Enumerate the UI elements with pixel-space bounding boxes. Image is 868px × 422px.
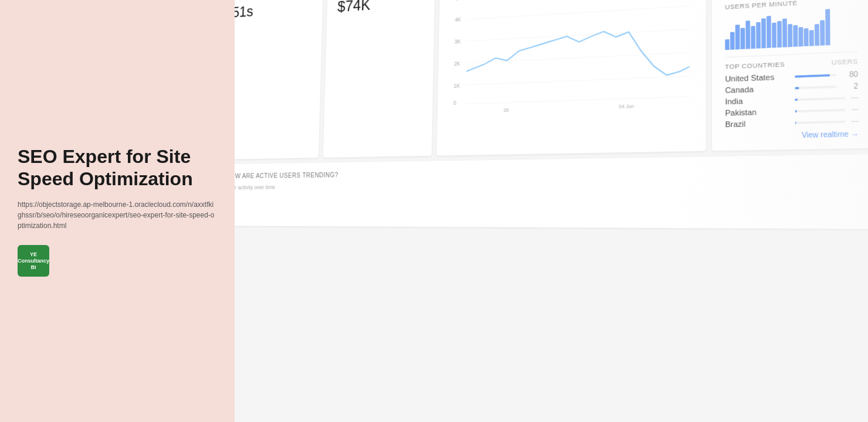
favicon-line1: YE Consultancy xyxy=(18,251,49,264)
y-label-5k: 5K xyxy=(455,0,462,1)
realtime-card: USERS IN LAST 30 MINUTES ↻ 102 USERS PER… xyxy=(712,0,868,151)
bar-14 xyxy=(793,25,798,47)
country-row-pk: Pakistan — xyxy=(725,105,859,117)
y-label-4k: 4K xyxy=(455,16,462,23)
left-panel: SEO Expert for Site Speed Optimization h… xyxy=(0,0,235,422)
bar-19 xyxy=(820,20,825,46)
bar-12 xyxy=(782,19,787,47)
bar-8 xyxy=(761,18,766,49)
bar-11 xyxy=(777,21,782,47)
metrics-row: Avg. engagement time ⓘ 51s Total revenue… xyxy=(235,0,868,159)
bar-9 xyxy=(767,16,771,48)
bar-16 xyxy=(803,28,808,46)
country-bar-br xyxy=(795,120,845,124)
bar-13 xyxy=(788,23,792,47)
y-label-1k: 1K xyxy=(454,83,460,89)
y-label-3k: 3K xyxy=(455,38,461,45)
trending-title: HOW ARE ACTIVE USERS TRENDING? xyxy=(235,163,868,180)
revenue-value: $74K xyxy=(337,0,424,16)
view-realtime-link[interactable]: View realtime → xyxy=(725,130,859,141)
svg-line-3 xyxy=(467,53,690,63)
bar-17 xyxy=(809,30,814,46)
country-bar-pk xyxy=(795,108,845,112)
favicon-line2: BI xyxy=(31,264,36,271)
page-title: SEO Expert for Site Speed Optimization xyxy=(18,145,217,190)
trending-card: HOW ARE ACTIVE USERS TRENDING? User acti… xyxy=(235,152,868,230)
bar-5 xyxy=(745,21,750,49)
svg-line-2 xyxy=(467,29,690,41)
country-bar-ca xyxy=(795,86,836,89)
country-row-us: United States 80 xyxy=(725,70,858,83)
line-chart-card: 5K 4K 3K 2K 1K 0 xyxy=(437,0,706,156)
revenue-card: Total revenue ⓘ ⚠ $74K xyxy=(323,0,435,158)
y-label-0: 0 xyxy=(453,100,456,106)
dashboard-skewed: Avg. engagement time ⓘ 51s Total revenue… xyxy=(235,0,868,422)
engagement-value: 51s xyxy=(235,0,313,21)
bar-2 xyxy=(730,32,735,49)
bar-15 xyxy=(798,26,803,46)
engagement-card: Avg. engagement time ⓘ 51s xyxy=(235,0,324,159)
y-label-2k: 2K xyxy=(454,60,460,67)
dashboard-inner: Avg. engagement time ⓘ 51s Total revenue… xyxy=(235,0,868,422)
svg-line-5 xyxy=(466,97,690,104)
users-per-minute-bars xyxy=(725,8,857,50)
x-label-jun: 04 Jun xyxy=(619,103,634,110)
country-bar-in xyxy=(795,97,845,100)
x-label-26: 26 xyxy=(504,107,509,113)
line-chart-svg: 5K 4K 3K 2K 1K 0 xyxy=(449,0,693,120)
svg-line-1 xyxy=(467,6,690,19)
bar-20 xyxy=(825,9,830,45)
bar-3 xyxy=(735,25,740,49)
dashboard-preview: Avg. engagement time ⓘ 51s Total revenue… xyxy=(235,0,868,422)
bar-7 xyxy=(756,22,761,49)
bottom-row: HOW ARE ACTIVE USERS TRENDING? User acti… xyxy=(235,152,868,230)
favicon-badge: YE Consultancy BI xyxy=(18,245,49,277)
bar-1 xyxy=(725,39,730,50)
bar-10 xyxy=(772,23,777,48)
bar-18 xyxy=(815,24,819,46)
bar-4 xyxy=(740,28,745,50)
bar-6 xyxy=(751,26,755,49)
country-row-in: India — xyxy=(725,93,858,106)
page-url: https://objectstorage.ap-melbourne-1.ora… xyxy=(18,199,217,231)
svg-line-4 xyxy=(466,76,690,85)
trending-subtitle: User activity over time xyxy=(235,178,868,190)
top-countries-header: TOP COUNTRIES USERS xyxy=(725,51,858,70)
country-row-ca: Canada 2 xyxy=(725,81,858,95)
country-row-br: Brazil — xyxy=(725,117,859,129)
country-bar-us xyxy=(795,74,836,77)
